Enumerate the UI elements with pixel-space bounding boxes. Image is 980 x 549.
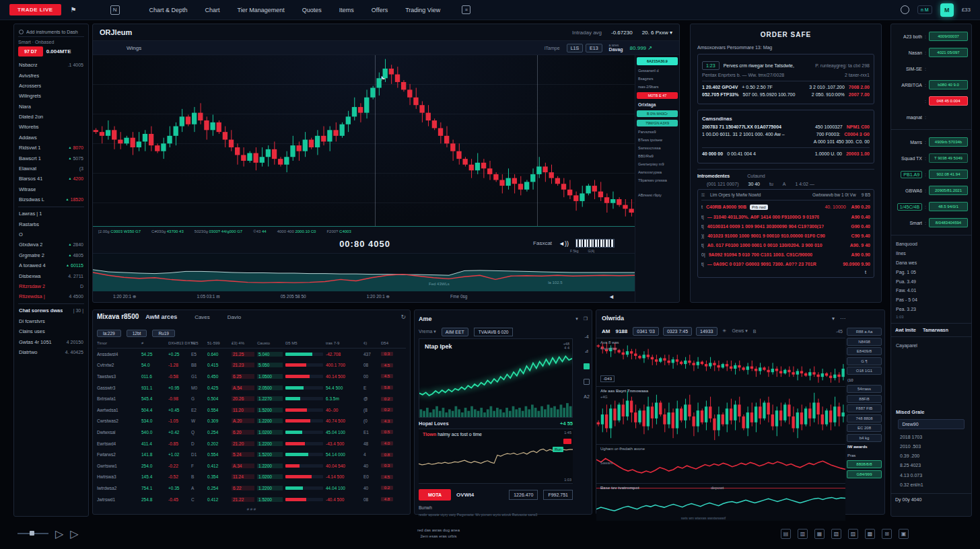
watchlist-item[interactable]: Bawscrt 1 ▲5075 [18, 153, 84, 163]
strip-button[interactable]: N8498 [847, 338, 882, 346]
layout-icon[interactable]: ⊞ [882, 529, 892, 539]
axis-item[interactable]: ABzswst r9pty [637, 192, 678, 198]
order-row[interactable]: 0| 9A092 91094 5 010 700 C101 1003. C91C… [701, 250, 870, 259]
status-row[interactable]: Squad TX : T 9038 49 5049 [895, 150, 968, 166]
table-row[interactable]: Dwtwxsal 540.0 +0.42 Q 0.254 6.20 1.0200… [97, 427, 406, 438]
watchlist-item[interactable]: Gtxdwva 2 ▲2840 [18, 240, 84, 250]
strip-button[interactable]: O18 1G1 [847, 367, 882, 375]
zoom-slider[interactable] [18, 533, 48, 534]
toolbar-chip[interactable]: 14933 [696, 327, 717, 336]
watchlist-item[interactable]: Rtizewdsa | 4 4500 [18, 291, 84, 301]
table-row[interactable]: Ewrtswd4 411.4 -0.85 D 0.202 21.20 1.220… [97, 438, 406, 449]
column-header[interactable]: tras 7-9 [326, 341, 361, 345]
watchlist-item[interactable]: Rastarbs [18, 219, 84, 229]
time-control[interactable]: 30 40 [748, 182, 760, 186]
side-icon[interactable]: ⊿ [585, 349, 589, 354]
watchlist-item[interactable]: Lawras | 1 [18, 207, 84, 219]
red-candles-chart[interactable]: Ava 8 was 4 wrssrtwr -D43 [596, 338, 845, 386]
watchlist-item[interactable]: Witrase [18, 184, 84, 194]
sort-control[interactable]: A [783, 182, 786, 186]
watchlist-item[interactable]: Bizsdwas L ▲18520 [18, 194, 84, 205]
watchlist-item[interactable]: Witorebs [18, 122, 84, 132]
status-row[interactable]: GBWA6 : 20905/81.2021 [895, 182, 968, 198]
order-row[interactable]: t| A0. 017 F0100 1000 0001 0 0010 130/02… [701, 240, 870, 250]
play-icon[interactable]: ▷ [55, 527, 63, 540]
strip-button[interactable]: IW awards [847, 443, 882, 450]
watchlist-item[interactable]: Di fcwrstvrs [18, 316, 84, 326]
refresh-icon[interactable]: ↻ [400, 314, 406, 320]
send-icon[interactable]: ◄ [608, 293, 615, 300]
strip-button[interactable]: b4 kg [847, 434, 882, 442]
column-header[interactable]: Timor [97, 341, 139, 345]
column-header[interactable]: ≠ [141, 341, 166, 345]
table-row[interactable]: Jwtrswd1 254.8 -0.45 C 0.412 21.22 1.520… [97, 494, 406, 505]
grade-input[interactable] [898, 419, 964, 429]
nav-item[interactable]: Items [339, 7, 354, 13]
status-row[interactable]: SIM-SE : [895, 61, 968, 77]
status-row[interactable]: Smart : 8/0483404594 [895, 215, 968, 231]
watchlist-item[interactable]: Niara [18, 102, 84, 112]
watchlist-item[interactable]: Dlated 2on [18, 112, 84, 122]
tab-outbound[interactable]: Cutaund [747, 174, 765, 178]
table-row[interactable]: Tawstws3 011.6 -0.58 G1 0.450 6.25 1.050… [97, 371, 406, 382]
side-icon[interactable]: A2 [584, 394, 590, 399]
order-row[interactable]: t| 40100314 0009 1 009 9041 30300090 904… [701, 221, 870, 231]
status-row[interactable]: Nasan : 4021 05/097 [895, 44, 968, 61]
notifications-button[interactable]: M [940, 3, 954, 17]
layout-icon[interactable]: ▧ [831, 529, 841, 539]
strip-button[interactable]: F887 FIB [847, 404, 882, 412]
watchlist-item[interactable]: Disbexwa 4. 2711 [18, 270, 84, 281]
refresh-icon[interactable] [901, 5, 909, 14]
view-dropdown[interactable]: Gews ▾ [732, 328, 747, 334]
watchlist-item[interactable]: Acrossers [18, 81, 84, 91]
timeframe-chip[interactable]: E13 [586, 44, 602, 52]
watchlist-item[interactable]: Ritzrsdaw 2 D [18, 281, 84, 291]
square-outline-icon[interactable] [584, 379, 590, 385]
side-icon[interactable]: -4 [584, 334, 588, 339]
strip-button[interactable]: R88 a Aa [847, 328, 882, 336]
filter-chip[interactable]: la:229 [97, 330, 121, 337]
nav-item[interactable]: Offers [372, 7, 388, 13]
nav-item[interactable]: Chart [205, 7, 220, 13]
nav-item[interactable]: Tier Management [238, 7, 285, 13]
tab-awt-imite[interactable]: Awt Imite [895, 328, 916, 332]
column-header[interactable]: Causto [257, 341, 283, 345]
b-icon[interactable]: B [753, 329, 757, 334]
axis-item[interactable]: Gessarwril d [637, 68, 678, 73]
order-row[interactable]: t| — 31040 401L30%. A0F 1414 000 F91000G… [701, 212, 870, 221]
strip-button[interactable]: 748 8808 [847, 414, 882, 423]
axis-item[interactable]: B 0% M43Cr [637, 110, 678, 117]
more-icon[interactable]: ⋯ [840, 316, 845, 322]
status-row[interactable]: PB1.A9 : 902.08 41.94 [895, 166, 968, 182]
watchlist-item[interactable]: Diatrtwo 4. 40425 [18, 347, 84, 357]
watchlist-item[interactable]: Chat sorews dwas | 30 | [18, 303, 84, 316]
timeframe-dropdown[interactable]: Vrema ▾ [419, 329, 436, 334]
mode-label[interactable]: AM [602, 328, 610, 334]
table-row[interactable]: Gasswtr3 931.1 +0.95 M0 0.425 A.54 2.050… [97, 382, 406, 394]
layout-icon[interactable]: ▩ [865, 529, 875, 539]
watchlist-filter[interactable]: Smart · Onbased [18, 40, 84, 44]
table-row[interactable]: Cvtrxtw2 54.0 -1.28 B8 0.415 21.23 5.050… [97, 360, 406, 371]
column-header[interactable]: D5 M5 [285, 341, 323, 345]
pager[interactable]: t [701, 268, 870, 274]
strip-button[interactable]: E8409/8 [847, 347, 882, 355]
aim-chip[interactable]: AIM EET [442, 328, 468, 336]
unit-control[interactable]: tu [769, 182, 773, 186]
feedback-label[interactable]: Fasxcat [533, 240, 552, 246]
status-row[interactable]: magnat : [895, 109, 968, 125]
axis-item[interactable]: Awrsxxsrypwa [637, 170, 678, 175]
filter-chip[interactable]: 12bt [127, 330, 147, 337]
strip-button[interactable]: G84/999 [847, 470, 882, 478]
gear-icon[interactable]: ✳ [723, 328, 727, 334]
table-row[interactable]: Cwrstwas2 534.0 -1.05 W 0.309 A.20 1.220… [97, 416, 406, 427]
trend-line-chart[interactable]: Ntap Ipek +484 4 [419, 338, 573, 418]
tab-davio[interactable]: Davio [228, 314, 241, 320]
tab-caves[interactable]: Caves [195, 314, 210, 320]
tab-wings[interactable]: Wings [127, 45, 141, 51]
watchlist-item[interactable]: O [18, 229, 84, 240]
axis-item[interactable]: T9parswv prsswa [637, 178, 678, 183]
timeframe-chip[interactable]: L1S [567, 44, 583, 52]
status-row[interactable]: ARBITGA : b080 40 9.0 [895, 77, 968, 93]
status-row[interactable]: : 048 45 0.004 [895, 93, 968, 109]
column-header[interactable]: DXH813 DXTA [168, 341, 188, 345]
